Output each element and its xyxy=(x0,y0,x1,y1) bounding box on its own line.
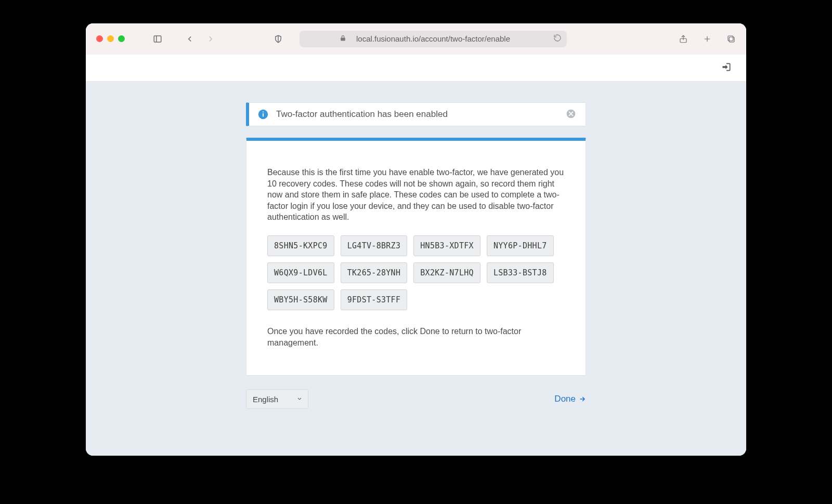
nav-back-button[interactable] xyxy=(182,31,198,47)
svg-rect-9 xyxy=(263,113,264,116)
recovery-codes-list: 8SHN5-KXPC9 LG4TV-8BRZ3 HN5B3-XDTFX NYY6… xyxy=(267,235,565,310)
recovery-code: LSB33-BSTJ8 xyxy=(487,262,554,283)
logout-button[interactable] xyxy=(721,62,732,74)
window-minimize-button[interactable] xyxy=(107,35,114,42)
info-banner: Two-factor authentication has been enabl… xyxy=(246,102,586,126)
nav-forward-button[interactable] xyxy=(203,31,218,47)
app-header xyxy=(86,55,746,82)
recovery-code: NYY6P-DHHL7 xyxy=(487,235,554,256)
recovery-code: BX2KZ-N7LHQ xyxy=(413,262,480,283)
sidebar-toggle-button[interactable] xyxy=(150,31,165,47)
below-panel-row: English Done xyxy=(246,389,586,409)
recovery-codes-panel: Because this is the first time you have … xyxy=(246,138,586,376)
footer-text: Once you have recorded the codes, click … xyxy=(267,326,565,348)
reload-button[interactable] xyxy=(553,34,562,44)
intro-text: Because this is the first time you have … xyxy=(267,167,565,223)
recovery-code: TK265-28YNH xyxy=(341,262,408,283)
address-bar[interactable]: local.fusionauth.io/account/two-factor/e… xyxy=(300,31,567,47)
info-icon xyxy=(257,109,269,120)
lock-icon xyxy=(340,34,346,43)
recovery-code: W6QX9-LDV6L xyxy=(267,262,334,283)
svg-rect-7 xyxy=(728,36,733,41)
content-area: Two-factor authentication has been enabl… xyxy=(86,82,746,456)
arrow-right-icon xyxy=(579,395,586,403)
recovery-code: LG4TV-8BRZ3 xyxy=(341,235,408,256)
info-banner-text: Two-factor authentication has been enabl… xyxy=(276,109,448,120)
privacy-shield-button[interactable] xyxy=(270,31,286,47)
recovery-code: 9FDST-S3TFF xyxy=(341,289,408,310)
svg-rect-6 xyxy=(729,37,734,42)
address-bar-url: local.fusionauth.io/account/two-factor/e… xyxy=(356,34,510,43)
share-button[interactable] xyxy=(675,31,691,47)
svg-rect-10 xyxy=(263,112,264,113)
language-select-value: English xyxy=(253,395,278,404)
svg-rect-0 xyxy=(154,36,161,42)
done-link-label: Done xyxy=(554,394,576,404)
tabs-overview-button[interactable] xyxy=(723,31,739,47)
window-zoom-button[interactable] xyxy=(118,35,125,42)
window-close-button[interactable] xyxy=(96,35,103,42)
recovery-code: HN5B3-XDTFX xyxy=(413,235,480,256)
chevron-down-icon xyxy=(296,395,303,404)
recovery-code: WBY5H-S58KW xyxy=(267,289,334,310)
toolbar-right-group xyxy=(675,31,739,47)
language-select[interactable]: English xyxy=(246,389,308,409)
browser-toolbar: local.fusionauth.io/account/two-factor/e… xyxy=(86,23,746,55)
new-tab-button[interactable] xyxy=(699,31,715,47)
close-banner-button[interactable] xyxy=(566,109,577,120)
recovery-code: 8SHN5-KXPC9 xyxy=(267,235,334,256)
window-controls xyxy=(93,35,125,42)
browser-window: local.fusionauth.io/account/two-factor/e… xyxy=(86,23,746,456)
done-link[interactable]: Done xyxy=(554,394,586,404)
